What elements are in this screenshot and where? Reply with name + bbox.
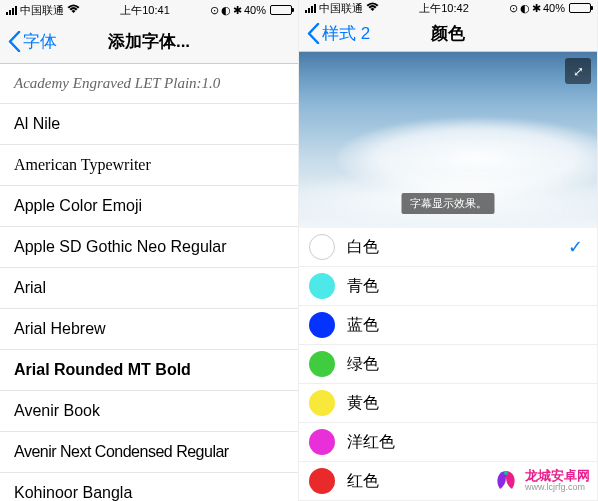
color-swatch — [309, 429, 335, 455]
font-row[interactable]: American Typewriter — [0, 145, 298, 186]
bluetooth-icon: ✱ — [233, 4, 242, 17]
color-label: 青色 — [347, 276, 583, 297]
battery-icon — [569, 3, 591, 13]
color-label: 洋红色 — [347, 432, 583, 453]
expand-button[interactable]: ⤢ — [565, 58, 591, 84]
watermark-url: www.lcjrfg.com — [525, 483, 590, 493]
status-left: 中国联通 — [6, 3, 80, 18]
color-row[interactable]: 绿色 — [299, 345, 597, 384]
wifi-icon — [67, 4, 80, 16]
back-label: 字体 — [23, 30, 57, 53]
color-swatch — [309, 351, 335, 377]
watermark-brand: 龙城安卓网 — [525, 469, 590, 483]
watermark-logo-icon — [492, 467, 520, 495]
color-swatch — [309, 234, 335, 260]
chevron-left-icon — [307, 23, 320, 44]
status-right: ⊙ ◐ ✱ 40% — [210, 4, 292, 17]
font-row[interactable]: Avenir Next Condensed Regular — [0, 432, 298, 473]
font-list[interactable]: Academy Engraved LET Plain:1.0Al NileAme… — [0, 64, 298, 501]
font-row[interactable]: Kohinoor Bangla — [0, 473, 298, 501]
font-row[interactable]: Arial Rounded MT Bold — [0, 350, 298, 391]
color-swatch — [309, 390, 335, 416]
color-label: 绿色 — [347, 354, 583, 375]
status-time: 上午10:42 — [419, 1, 469, 16]
font-row[interactable]: Apple SD Gothic Neo Regular — [0, 227, 298, 268]
expand-icon: ⤢ — [573, 64, 584, 79]
font-row[interactable]: Avenir Book — [0, 391, 298, 432]
right-phone: 中国联通 上午10:42 ⊙ ◐ ✱ 40% 样式 2 颜色 ⤢ 字幕显示效果。… — [299, 0, 598, 501]
color-row[interactable]: 洋红色 — [299, 423, 597, 462]
carrier-text: 中国联通 — [319, 1, 363, 16]
color-row[interactable]: 黄色 — [299, 384, 597, 423]
page-title: 添加字体... — [108, 30, 190, 53]
checkmark-icon: ✓ — [568, 236, 583, 258]
status-time: 上午10:41 — [120, 3, 170, 18]
back-label: 样式 2 — [322, 22, 370, 45]
battery-icon — [270, 5, 292, 15]
color-swatch — [309, 273, 335, 299]
color-row[interactable]: 蓝色 — [299, 306, 597, 345]
color-row[interactable]: 白色✓ — [299, 228, 597, 267]
font-row[interactable]: Arial — [0, 268, 298, 309]
signal-icon — [305, 4, 316, 13]
back-button[interactable]: 样式 2 — [307, 22, 370, 45]
color-swatch — [309, 468, 335, 494]
color-list[interactable]: 白色✓青色蓝色绿色黄色洋红色红色 — [299, 228, 597, 501]
chevron-left-icon — [8, 31, 21, 52]
color-label: 黄色 — [347, 393, 583, 414]
wifi-icon — [366, 2, 379, 14]
status-left: 中国联通 — [305, 1, 379, 16]
bluetooth-icon: ✱ — [532, 2, 541, 15]
battery-pct: 40% — [244, 4, 266, 16]
alarm-icon: ⊙ — [509, 2, 518, 15]
status-bar: 中国联通 上午10:42 ⊙ ◐ ✱ 40% — [299, 0, 597, 16]
color-label: 白色 — [347, 237, 556, 258]
color-label: 蓝色 — [347, 315, 583, 336]
status-right: ⊙ ◐ ✱ 40% — [509, 2, 591, 15]
back-button[interactable]: 字体 — [8, 30, 57, 53]
signal-icon — [6, 6, 17, 15]
dnd-icon: ◐ — [221, 4, 231, 17]
font-row[interactable]: Arial Hebrew — [0, 309, 298, 350]
dnd-icon: ◐ — [520, 2, 530, 15]
carrier-text: 中国联通 — [20, 3, 64, 18]
nav-bar: 字体 添加字体... — [0, 20, 298, 64]
page-title: 颜色 — [431, 22, 465, 45]
font-row[interactable]: Al Nile — [0, 104, 298, 145]
font-row[interactable]: Apple Color Emoji — [0, 186, 298, 227]
color-swatch — [309, 312, 335, 338]
left-phone: 中国联通 上午10:41 ⊙ ◐ ✱ 40% 字体 添加字体... Academ… — [0, 0, 299, 501]
status-bar: 中国联通 上午10:41 ⊙ ◐ ✱ 40% — [0, 0, 298, 20]
svg-point-1 — [504, 471, 508, 475]
battery-pct: 40% — [543, 2, 565, 14]
video-preview[interactable]: ⤢ 字幕显示效果。 — [299, 52, 597, 228]
alarm-icon: ⊙ — [210, 4, 219, 17]
nav-bar: 样式 2 颜色 — [299, 16, 597, 52]
subtitle-preview-text: 字幕显示效果。 — [402, 193, 495, 214]
color-row[interactable]: 青色 — [299, 267, 597, 306]
watermark: 龙城安卓网 www.lcjrfg.com — [492, 467, 590, 495]
font-row[interactable]: Academy Engraved LET Plain:1.0 — [0, 64, 298, 104]
